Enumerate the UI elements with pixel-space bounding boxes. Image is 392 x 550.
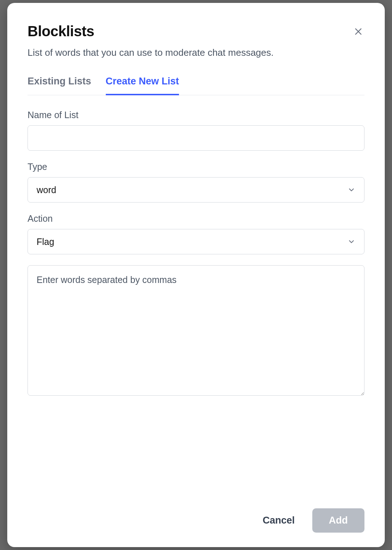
close-icon bbox=[354, 27, 363, 36]
type-selected-value: word bbox=[37, 185, 56, 195]
action-select[interactable]: Flag bbox=[28, 229, 364, 254]
modal-backdrop: Blocklists List of words that you can us… bbox=[0, 0, 392, 550]
tabs: Existing Lists Create New List bbox=[28, 76, 364, 95]
modal-footer: Cancel Add bbox=[28, 508, 364, 533]
cancel-button[interactable]: Cancel bbox=[263, 515, 295, 526]
tab-existing-lists[interactable]: Existing Lists bbox=[28, 76, 91, 95]
close-button[interactable] bbox=[352, 25, 364, 38]
name-input[interactable] bbox=[28, 125, 364, 151]
field-action: Action Flag bbox=[28, 213, 364, 254]
field-words bbox=[28, 265, 364, 396]
modal-subtitle: List of words that you can use to modera… bbox=[28, 46, 364, 59]
action-selected-value: Flag bbox=[37, 237, 54, 247]
chevron-down-icon bbox=[347, 238, 355, 246]
field-type: Type word bbox=[28, 162, 364, 203]
field-name: Name of List bbox=[28, 110, 364, 151]
blocklists-modal: Blocklists List of words that you can us… bbox=[7, 3, 385, 547]
name-label: Name of List bbox=[28, 110, 364, 120]
action-label: Action bbox=[28, 213, 364, 224]
create-list-form: Name of List Type word Action Flag bbox=[28, 110, 364, 494]
chevron-down-icon bbox=[347, 186, 355, 194]
words-textarea[interactable] bbox=[28, 265, 364, 396]
add-button[interactable]: Add bbox=[312, 508, 364, 533]
modal-header: Blocklists bbox=[28, 23, 364, 39]
modal-title: Blocklists bbox=[28, 23, 94, 39]
tab-create-new-list[interactable]: Create New List bbox=[106, 76, 179, 95]
type-label: Type bbox=[28, 162, 364, 172]
type-select[interactable]: word bbox=[28, 177, 364, 203]
